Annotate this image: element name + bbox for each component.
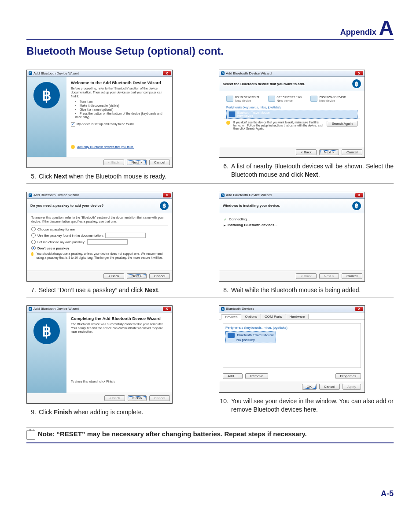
step-6-cell: B Add Bluetooth Device Wizard X Select t… [219,70,394,181]
step-10-cell: B Bluetooth Devices X Devices Options CO… [219,305,394,416]
dialog-actions: OK Cancel Apply [219,381,365,392]
step-8-screenshot: B Add Bluetooth Device Wizard X Windows … [219,192,365,282]
device-item[interactable]: Z96F3Z9-9DF5A5DNew device [310,96,346,102]
titlebar: B Add Bluetooth Device Wizard X [27,192,172,199]
devices-title: Bluetooth Devices [226,307,254,311]
checkbox-icon: ✓ [71,122,75,126]
device-icon [268,96,275,102]
button-row: < Back Next > Cancel [27,157,172,167]
row-5-6: B Add Bluetooth Device Wizard X ฿ Welcom… [26,70,394,184]
tab-devices[interactable]: Devices [221,314,241,320]
passkey-input[interactable] [87,239,128,245]
step-6-screenshot: B Add Bluetooth Device Wizard X Select t… [219,70,365,158]
step-9-caption: 9. Click Finish when adding is complete. [26,408,201,416]
ready-checkbox[interactable]: ✓ My device is set up and ready to be fo… [71,122,168,126]
ok-button[interactable]: OK [302,384,317,390]
step-7-screenshot: B Add Bluetooth Device Wizard X Do you n… [26,192,173,282]
welcome-intro: Before proceeding, refer to the “Bluetoo… [71,87,168,98]
progress-item: ▸Installing Bluetooth devices... [224,223,360,227]
close-icon[interactable]: X [355,193,363,197]
cancel-button[interactable]: Cancel [149,160,170,165]
next-button[interactable]: Next > [127,160,147,165]
step-10-caption: 10. You will see your device in the wind… [219,397,394,414]
next-button[interactable]: Next > [319,273,339,279]
passkey-option-none[interactable]: Don't use a passkey [31,246,168,250]
device-entry[interactable]: Bluetooth Travel Mouse No passkey [225,331,276,343]
step-7-caption: 7. Select “Don’t use a passkey” and clic… [26,286,201,294]
bluetooth-icon: B [221,307,225,311]
wizard-step-header: Select the Bluetooth device that you wan… [223,82,305,86]
close-icon[interactable]: X [163,193,171,197]
tab-com-ports[interactable]: COM Ports [261,314,286,319]
step-5-caption: 5. Click Next when the Bluetooth mouse i… [26,172,201,181]
wizard-left-panel: ฿ [27,312,66,393]
device-item[interactable]: 00:15:F2:82:1c:69New device [268,96,302,102]
next-button[interactable]: Next > [127,273,147,279]
next-button[interactable]: Next > [319,149,339,155]
mouse-icon [228,333,235,338]
page-number: A-5 [381,489,394,498]
wizard-header-band: Do you need a passkey to add your device… [27,199,172,213]
bullet: Give it a name (optional) [75,108,168,112]
cancel-button[interactable]: Cancel [149,273,170,279]
info-icon [71,145,75,149]
step-5-screenshot: B Add Bluetooth Device Wizard X ฿ Welcom… [26,70,173,168]
trust-link[interactable]: Add only Bluetooth devices that you trus… [77,145,134,149]
bluetooth-icon: B [221,71,225,75]
appendix-label: Appendix [340,28,376,37]
titlebar: B Add Bluetooth Device Wizard X [27,70,172,77]
bullet: Turn it on [75,100,168,104]
bluetooth-icon: B [221,193,225,197]
close-icon[interactable]: X [163,307,171,311]
close-icon[interactable]: X [355,307,363,311]
back-button[interactable]: < Back [296,149,317,155]
wizard-step-header: Do you need a passkey to add your device… [30,204,103,208]
step-number: 5. [26,172,36,181]
wizard-body: ฿ Welcome to the Add Bluetooth Device Wi… [27,77,172,157]
arrow-icon: ▸ [224,223,226,227]
add-button[interactable]: Add ... [223,373,243,379]
wizard-right-panel: Welcome to the Add Bluetooth Device Wiza… [66,77,172,152]
button-row: < Back Next > Cancel [219,271,365,281]
step-number: 7. [26,286,36,294]
close-icon[interactable]: X [163,71,171,75]
step-9-screenshot: B Add Bluetooth Device Wizard X ฿ Comple… [26,305,173,404]
welcome-heading: Welcome to the Add Bluetooth Device Wiza… [71,80,168,85]
remove-button[interactable]: Remove [245,373,268,379]
wizard-header-band: Windows is installing your device. ฿ [219,199,365,213]
cancel-button[interactable]: Cancel [149,395,170,401]
back-button[interactable]: < Back [296,273,317,279]
cancel-button[interactable]: Cancel [319,384,340,390]
back-button[interactable]: < Back [103,273,124,279]
passkey-option-doc[interactable]: Use the passkey found in the documentati… [31,233,168,238]
cancel-button[interactable]: Cancel [342,273,362,279]
step-8-cell: B Add Bluetooth Device Wizard X Windows … [219,192,394,294]
tab-options[interactable]: Options [241,314,261,319]
properties-button[interactable]: Properties [335,373,361,379]
back-button[interactable]: < Back [103,160,124,165]
search-again-button[interactable]: Search Again [327,121,357,126]
back-button[interactable]: < Back [104,395,125,401]
wizard-body: ฿ Completing the Add Bluetooth Device Wi… [27,312,172,393]
note-text: Note: “RESET” may be necessary after cha… [38,430,307,438]
button-row: < Back Next > Cancel [27,271,172,281]
step-number: 10. [219,397,228,414]
passkey-input[interactable] [105,233,146,238]
passkey-option-auto[interactable]: Choose a passkey for me [31,227,168,231]
device-list: 00:19:60:a8:59:5fNew device 00:15:F2:82:… [224,94,360,104]
bluetooth-icon: B [29,307,32,311]
bluetooth-icon: B [29,193,32,197]
device-item[interactable]: 00:19:60:a8:59:5fNew device [226,96,259,102]
cancel-button[interactable]: Cancel [342,149,362,155]
tab-hardware[interactable]: Hardware [286,314,309,319]
page: Appendix A Bluetooth Mouse Setup (option… [0,0,420,509]
device-item-selected[interactable]: Bluetooth Travel MouseNew device [226,110,357,119]
apply-button[interactable]: Apply [343,384,361,390]
finish-button[interactable]: Finish [128,395,147,401]
wizard-title: Add Bluetooth Device Wizard [33,193,79,197]
close-icon[interactable]: X [355,71,363,75]
wizard-right-panel: Completing the Add Bluetooth Device Wiza… [66,312,172,387]
wizard-title: Add Bluetooth Device Wizard [226,71,272,75]
page-title: Bluetooth Mouse Setup (optional) cont. [26,45,394,57]
passkey-option-own[interactable]: Let me choose my own passkey: [31,239,168,245]
